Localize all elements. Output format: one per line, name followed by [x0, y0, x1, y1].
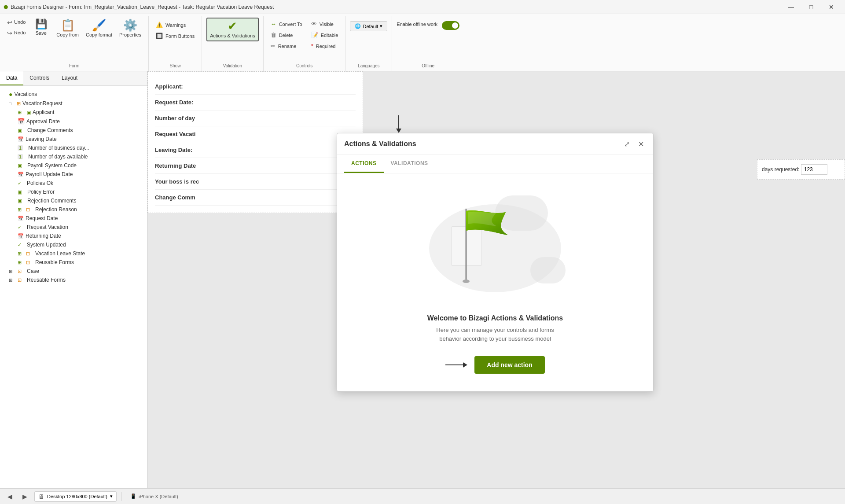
system-updated-icon: ✓ — [18, 242, 22, 248]
warnings-icon: ⚠️ — [156, 22, 163, 28]
warnings-button[interactable]: ⚠️ Warnings — [153, 20, 197, 29]
offline-toggle[interactable] — [442, 21, 459, 30]
num-days-label: Number of day — [155, 115, 195, 121]
tree-item-policy-error[interactable]: ▣ Policy Error — [0, 188, 147, 196]
delete-button[interactable]: 🗑 Delete — [268, 30, 305, 40]
request-date-icon: 📅 — [18, 216, 24, 221]
tree-item-rejection-comments[interactable]: ▣ Rejection Comments — [0, 196, 147, 205]
form-row-applicant: Applicant: — [155, 79, 356, 95]
convert-to-icon: ↔ — [271, 21, 276, 27]
content-area: Applicant: Request Date: Number of day R… — [147, 71, 845, 488]
form-canvas: Applicant: Request Date: Number of day R… — [147, 71, 363, 213]
rejection-reason-icon: ⊞ — [18, 207, 22, 213]
ribbon-offline-group: Enable offline work Offline — [392, 16, 464, 71]
tree-item-vacation-leave-state[interactable]: ⊞ ⊡ Vacation Leave State — [0, 249, 147, 258]
form-row-returning-date: Returning Date — [155, 158, 356, 174]
ribbon-validation-buttons: ✔ Actions & Validations — [206, 18, 259, 41]
tree-item-payroll-update-date[interactable]: 📅 Payroll Update Date — [0, 170, 147, 179]
prev-button[interactable]: ◀ — [4, 491, 15, 502]
convert-to-button[interactable]: ↔ Convert To — [268, 19, 305, 29]
iphone-device-label: iPhone X (Default) — [139, 494, 178, 499]
close-button[interactable]: ✕ — [821, 0, 841, 14]
form-row-leaving-date: Leaving Date: — [155, 142, 356, 158]
tree-item-approval-date[interactable]: 📅 Approval Date — [0, 117, 147, 126]
tab-validations[interactable]: VALIDATIONS — [384, 155, 435, 173]
modal-expand-button[interactable]: ⤢ — [621, 139, 632, 149]
ribbon-show-group: ⚠️ Warnings 🔲 Form Buttons Show — [149, 16, 202, 71]
form-row-request-date: Request Date: — [155, 95, 356, 110]
tree-item-payroll-system-code[interactable]: ▣ Payroll System Code — [0, 161, 147, 170]
properties-icon: ⚙️ — [123, 19, 137, 31]
tree-item-returning-date[interactable]: 📅 Returning Date — [0, 232, 147, 240]
required-button[interactable]: * Required — [309, 41, 341, 51]
add-action-row: Add new action — [445, 356, 544, 374]
properties-button[interactable]: ⚙️ Properties — [117, 18, 144, 40]
tree-item-applicant[interactable]: ⊞ ▣ Applicant — [0, 108, 147, 117]
tab-controls[interactable]: Controls — [23, 71, 55, 85]
modal-close-button[interactable]: ✕ — [636, 139, 646, 149]
tree-item-vacations[interactable]: ● Vacations — [0, 89, 147, 99]
policy-error-icon: ▣ — [18, 189, 22, 195]
tab-actions[interactable]: ACTIONS — [344, 155, 384, 173]
welcome-desc: Here you can manage your controls and fo… — [436, 326, 554, 343]
form-buttons-icon: 🔲 — [156, 33, 163, 39]
days-requested-label: days requested: — [762, 166, 799, 173]
tree-item-vacation-request[interactable]: □ ⊞ VacationRequest — [0, 99, 147, 108]
desktop-device-selector[interactable]: 🖥 Desktop 1280x800 (Default) ▾ — [34, 491, 117, 502]
iphone-icon: 📱 — [130, 493, 136, 499]
tree-item-num-business-days[interactable]: 1 Number of business day... — [0, 143, 147, 152]
editable-icon: 📝 — [311, 32, 318, 38]
tree-item-case[interactable]: ⊞ ⊡ Case — [0, 267, 147, 276]
tree-item-change-comments[interactable]: ▣ Change Comments — [0, 126, 147, 135]
tree-item-reusable-forms-inner[interactable]: ⊞ ⊡ Reusable Forms — [0, 258, 147, 267]
leaving-date-icon: 📅 — [18, 136, 24, 142]
approval-date-icon: 📅 — [18, 118, 25, 125]
editable-button[interactable]: 📝 Editable — [309, 30, 341, 40]
reusable-forms-expand-icon: ⊞ — [9, 278, 12, 283]
actions-validations-icon: ✔ — [228, 20, 237, 32]
modal-tabs: ACTIONS VALIDATIONS — [337, 155, 653, 173]
rename-button[interactable]: ✏ Rename — [268, 41, 305, 51]
tree-item-request-vacation[interactable]: ✓ Request Vacation — [0, 223, 147, 232]
minimize-button[interactable]: — — [781, 0, 801, 14]
request-vacation-label: Request Vacati — [155, 131, 196, 137]
form-row-request-vacation: Request Vacati — [155, 126, 356, 142]
boss-label: Your boss is rec — [155, 178, 199, 185]
days-requested-input[interactable] — [801, 164, 827, 175]
tree-item-rejection-reason[interactable]: ⊞ ⊡ Rejection Reason — [0, 205, 147, 214]
tree-item-request-date[interactable]: 📅 Request Date — [0, 214, 147, 223]
copy-format-button[interactable]: 🖌️ Copy format — [83, 18, 115, 40]
visible-button[interactable]: 👁 Visible — [309, 19, 341, 29]
maximize-button[interactable]: □ — [801, 0, 821, 14]
redo-button[interactable]: ↪ Redo — [4, 28, 28, 38]
applicant-field-icon: ▣ — [27, 110, 31, 115]
reusable-forms-table-icon: ⊡ — [18, 277, 22, 283]
tree-item-leaving-date[interactable]: 📅 Leaving Date — [0, 135, 147, 143]
delete-icon: 🗑 — [271, 32, 276, 38]
device-chevron-icon: ▾ — [110, 493, 113, 499]
tab-data[interactable]: Data — [0, 71, 23, 85]
save-button[interactable]: 💾 Save — [30, 18, 52, 38]
rename-icon: ✏ — [271, 43, 276, 49]
globe-icon: 🌐 — [355, 23, 361, 29]
vacation-leave-state-table-icon: ⊡ — [26, 251, 30, 257]
tree-item-num-days-available[interactable]: 1 Number of days available — [0, 152, 147, 161]
toolbar-arrow-indicator — [396, 115, 401, 133]
tree-item-policies-ok[interactable]: ✓ Policies Ok — [0, 179, 147, 188]
next-button[interactable]: ▶ — [19, 491, 30, 502]
add-new-action-button[interactable]: Add new action — [474, 356, 544, 374]
applicant-label: Applicant: — [155, 83, 183, 90]
language-selector[interactable]: 🌐 Default ▾ — [350, 21, 387, 31]
tree-item-system-updated[interactable]: ✓ System Updated — [0, 240, 147, 249]
iphone-device-button[interactable]: 📱 iPhone X (Default) — [126, 492, 183, 500]
undo-button[interactable]: ↩ Undo — [4, 18, 28, 27]
tab-layout[interactable]: Layout — [55, 71, 84, 85]
case-table-icon: ⊡ — [18, 269, 22, 274]
tree-item-reusable-forms[interactable]: ⊞ ⊡ Reusable Forms — [0, 276, 147, 284]
form-buttons-button[interactable]: 🔲 Form Buttons — [153, 31, 197, 40]
actions-validations-button[interactable]: ✔ Actions & Validations — [206, 18, 259, 41]
arrow-right-indicator — [445, 362, 467, 368]
arrow-line — [398, 115, 399, 129]
bottom-bar: ◀ ▶ 🖥 Desktop 1280x800 (Default) ▾ 📱 iPh… — [0, 488, 845, 504]
copy-from-button[interactable]: 📋 Copy from — [54, 18, 81, 40]
